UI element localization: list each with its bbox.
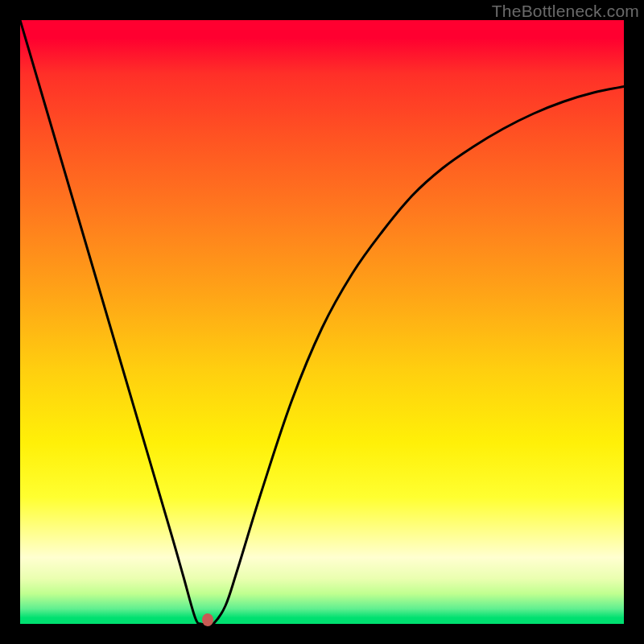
chart-frame [20, 20, 624, 624]
optimal-point-marker [202, 613, 213, 626]
bottleneck-curve [20, 20, 624, 624]
watermark-text: TheBottleneck.com [492, 2, 639, 21]
